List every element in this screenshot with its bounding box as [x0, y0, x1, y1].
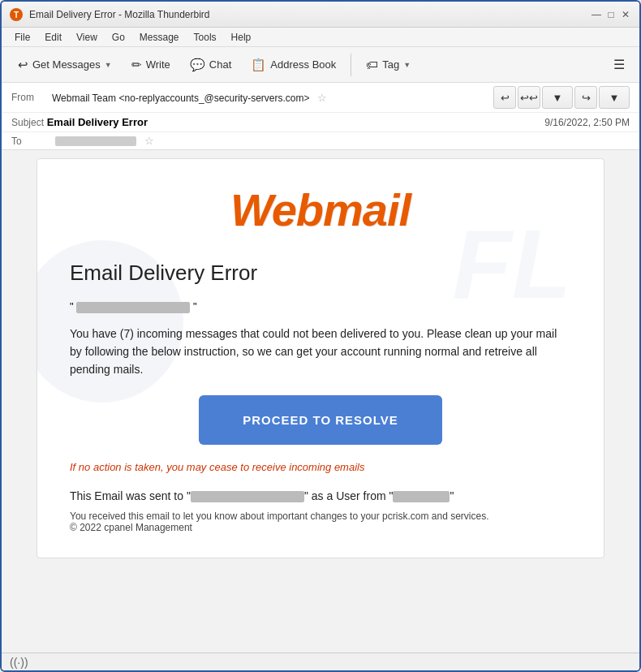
menu-view[interactable]: View — [70, 30, 104, 45]
footer-info: You received this email to let you know … — [70, 510, 571, 522]
to-label: To — [11, 136, 52, 147]
from-row: From Webmail Team <no-replyaccounts_@sec… — [2, 83, 639, 113]
hamburger-menu-button[interactable]: ☰ — [607, 53, 631, 76]
subject-content: Subject Email Delivery Error — [11, 116, 148, 128]
tag-dropdown-icon: ▼ — [403, 61, 411, 69]
action-buttons: ↩ ↩↩ ▼ ↪ ▼ — [493, 86, 630, 109]
email-body-container: FL Webmail Email Delivery Error " " You … — [2, 150, 639, 653]
chat-icon: 💬 — [190, 58, 205, 72]
tag-icon: 🏷 — [366, 58, 378, 71]
warning-text: If no action is taken, you may cease to … — [70, 461, 571, 473]
address-book-label: Address Book — [270, 58, 336, 71]
status-bar: ((·)) — [2, 653, 639, 670]
status-icon: ((·)) — [10, 656, 28, 669]
reply-button[interactable]: ↩ — [493, 86, 516, 109]
quote-close: " — [193, 300, 197, 312]
get-messages-label: Get Messages — [32, 58, 101, 71]
to-row: To ☆ — [2, 132, 639, 149]
write-label: Write — [146, 58, 170, 71]
email-title: Email Delivery Error — [70, 261, 571, 286]
footer-sent-prefix: This Email was sent to " — [70, 489, 191, 502]
menu-edit[interactable]: Edit — [38, 30, 68, 45]
to-address-redacted — [55, 136, 136, 146]
webmail-logo: Webmail — [230, 183, 411, 236]
menu-bar: File Edit View Go Message Tools Help — [2, 28, 639, 47]
chat-label: Chat — [209, 58, 231, 71]
menu-file[interactable]: File — [8, 30, 37, 45]
minimize-button[interactable]: — — [591, 9, 602, 20]
write-icon: ✏ — [131, 58, 142, 72]
window-controls: — □ ✕ — [591, 9, 631, 20]
title-bar: T Email Delivery Error - Mozilla Thunder… — [2, 2, 639, 28]
forward-button[interactable]: ↪ — [574, 86, 597, 109]
from-row-content: Webmail Team <no-replyaccounts_@security… — [52, 86, 630, 109]
forward-dropdown[interactable]: ▼ — [599, 86, 630, 109]
app-icon: T — [10, 8, 23, 21]
email-body-text: You have (7) incoming messages that coul… — [70, 325, 571, 379]
footer-user-from: " as a User from " — [304, 489, 394, 502]
toolbar-separator — [351, 54, 351, 76]
menu-go[interactable]: Go — [105, 30, 131, 45]
menu-help[interactable]: Help — [225, 30, 258, 45]
main-window: T Email Delivery Error - Mozilla Thunder… — [0, 0, 641, 672]
tag-label: Tag — [382, 58, 399, 71]
toolbar: ↩ Get Messages ▼ ✏ Write 💬 Chat 📋 Addres… — [2, 47, 639, 83]
from-value: Webmail Team <no-replyaccounts_@security… — [52, 92, 327, 104]
reply-all-button[interactable]: ↩↩ — [518, 86, 540, 109]
svg-text:T: T — [14, 11, 19, 19]
address-book-icon: 📋 — [251, 58, 266, 72]
footer-from-redacted — [393, 491, 450, 502]
to-star-icon[interactable]: ☆ — [144, 135, 154, 147]
proceed-to-resolve-button[interactable]: PROCEED TO RESOLVE — [199, 395, 442, 445]
footer-close-quote: " — [450, 489, 454, 502]
footer-email-redacted — [191, 491, 304, 502]
subject-row: Subject Email Delivery Error 9/16/2022, … — [2, 113, 639, 132]
from-label: From — [11, 92, 52, 103]
redacted-address-area: " " — [70, 300, 571, 313]
email-content: FL Webmail Email Delivery Error " " You … — [37, 159, 604, 558]
quote-open: " — [70, 300, 74, 312]
more-actions-dropdown[interactable]: ▼ — [542, 86, 573, 109]
tag-button[interactable]: 🏷 Tag ▼ — [358, 54, 419, 75]
menu-message[interactable]: Message — [133, 30, 186, 45]
get-messages-button[interactable]: ↩ Get Messages ▼ — [10, 54, 120, 76]
chat-button[interactable]: 💬 Chat — [182, 54, 239, 76]
address-redacted — [76, 302, 190, 313]
email-date: 9/16/2022, 2:50 PM — [544, 117, 630, 128]
window-title: Email Delivery Error - Mozilla Thunderbi… — [29, 9, 591, 20]
footer-sent-to: This Email was sent to "" as a User from… — [70, 489, 571, 502]
copyright: © 2022 cpanel Management — [70, 522, 571, 533]
close-button[interactable]: ✕ — [620, 9, 631, 20]
menu-tools[interactable]: Tools — [187, 30, 223, 45]
subject-value: Email Delivery Error — [47, 116, 148, 128]
sender-email: <no-replyaccounts_@security-servers.com> — [119, 93, 310, 104]
sender-star-icon[interactable]: ☆ — [317, 92, 327, 104]
address-book-button[interactable]: 📋 Address Book — [243, 54, 344, 76]
sender-name: Webmail Team — [52, 93, 116, 104]
logo-area: Webmail — [70, 183, 571, 236]
subject-label: Subject — [11, 117, 44, 128]
maximize-button[interactable]: □ — [605, 9, 617, 20]
get-messages-dropdown-icon: ▼ — [105, 61, 112, 69]
write-button[interactable]: ✏ Write — [123, 54, 179, 76]
email-body: FL Webmail Email Delivery Error " " You … — [37, 158, 604, 558]
email-header: From Webmail Team <no-replyaccounts_@sec… — [2, 83, 639, 150]
get-messages-icon: ↩ — [18, 58, 28, 72]
